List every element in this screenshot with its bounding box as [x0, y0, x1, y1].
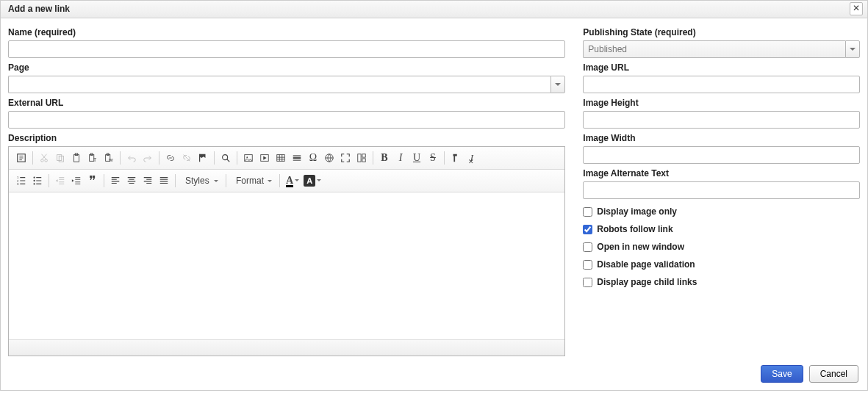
- image-alt-label: Image Alternate Text: [583, 168, 860, 178]
- toolbar-separator: [175, 174, 176, 187]
- numbered-list-button[interactable]: 123: [13, 173, 29, 189]
- anchor-button[interactable]: [195, 150, 211, 166]
- svg-point-14: [223, 155, 228, 160]
- page-select-input[interactable]: [8, 76, 550, 93]
- robots-follow-checkbox[interactable]: [583, 225, 592, 234]
- image-width-label: Image Width: [583, 133, 860, 143]
- image-height-label: Image Height: [583, 98, 860, 108]
- underline-button[interactable]: U: [409, 150, 425, 166]
- editor-statusbar: [9, 339, 564, 356]
- outdent-button[interactable]: [52, 173, 68, 189]
- toolbar-separator: [159, 151, 159, 165]
- image-alt-input[interactable]: [583, 181, 860, 199]
- toolbar-separator: [32, 151, 33, 165]
- pubstate-select-input[interactable]: [583, 40, 845, 58]
- bullet-list-button[interactable]: [29, 173, 46, 189]
- justify-button[interactable]: [156, 173, 172, 189]
- svg-point-28: [33, 180, 35, 181]
- paste-button[interactable]: [68, 150, 85, 166]
- toolbar-separator: [214, 151, 215, 165]
- background-color-button[interactable]: A: [301, 173, 323, 189]
- image-url-input[interactable]: [583, 76, 860, 93]
- paste-text-button[interactable]: T: [85, 150, 101, 166]
- paste-word-button[interactable]: W: [101, 150, 117, 166]
- page-select[interactable]: [8, 76, 565, 93]
- cancel-button[interactable]: Cancel: [809, 365, 858, 383]
- format-dropdown[interactable]: Format: [229, 173, 276, 189]
- svg-text:3: 3: [17, 182, 19, 186]
- iframe-button[interactable]: [321, 150, 337, 166]
- editor-toolbar-row-2: 123 ❞ Styles Format: [9, 170, 564, 192]
- disable-validation-checkbox[interactable]: [583, 260, 592, 270]
- right-column: Publishing State (required) Image URL Im…: [583, 26, 860, 356]
- chevron-down-icon: [317, 179, 321, 181]
- display-child-links-checkbox[interactable]: [583, 278, 592, 287]
- open-new-window-row: Open in new window: [583, 242, 860, 252]
- page-label: Page: [8, 62, 565, 73]
- pubstate-label: Publishing State (required): [583, 27, 860, 37]
- copy-button[interactable]: [52, 150, 68, 166]
- open-new-window-checkbox[interactable]: [583, 242, 592, 252]
- toolbar-separator: [104, 174, 104, 187]
- remove-format-button[interactable]: I✕: [464, 150, 480, 166]
- dialog-footer: Save Cancel: [1, 359, 867, 390]
- special-char-button[interactable]: Ω: [305, 150, 321, 166]
- cut-button[interactable]: [36, 150, 52, 166]
- maximize-button[interactable]: [337, 150, 354, 166]
- toolbar-separator: [226, 174, 226, 187]
- indent-button[interactable]: [68, 173, 85, 189]
- source-button[interactable]: [13, 150, 29, 166]
- text-color-button[interactable]: A: [283, 173, 301, 189]
- svg-text:T: T: [93, 157, 97, 162]
- editor-content-area[interactable]: [9, 192, 564, 339]
- show-blocks-button[interactable]: [354, 150, 370, 166]
- display-child-links-row: Display page child links: [583, 277, 860, 287]
- italic-button[interactable]: I: [392, 150, 409, 166]
- redo-button[interactable]: [140, 150, 156, 166]
- external-url-input[interactable]: [8, 111, 565, 129]
- chevron-down-icon: [555, 83, 561, 86]
- display-image-only-checkbox[interactable]: [583, 207, 592, 217]
- text-color-icon: A: [286, 175, 293, 187]
- bold-button[interactable]: B: [376, 150, 392, 166]
- robots-follow-row: Robots follow link: [583, 224, 860, 234]
- align-center-button[interactable]: [123, 173, 140, 189]
- page-select-caret[interactable]: [550, 76, 565, 93]
- image-width-input[interactable]: [583, 146, 860, 164]
- display-image-only-row: Display image only: [583, 206, 860, 217]
- open-new-window-label: Open in new window: [597, 242, 684, 252]
- svg-point-27: [33, 176, 35, 178]
- toolbar-separator: [373, 151, 373, 165]
- left-column: Name (required) Page External URL Descri…: [8, 26, 565, 356]
- dialog-header: Add a new link ✕: [1, 1, 867, 18]
- dialog-title: Add a new link: [8, 4, 70, 14]
- display-child-links-label: Display page child links: [597, 277, 697, 287]
- name-input[interactable]: [8, 40, 565, 58]
- pubstate-select-caret[interactable]: [845, 40, 860, 58]
- align-left-button[interactable]: [107, 173, 123, 189]
- styles-dropdown[interactable]: Styles: [179, 173, 223, 189]
- close-button[interactable]: ✕: [850, 2, 863, 15]
- align-right-button[interactable]: [140, 173, 156, 189]
- chevron-down-icon: [295, 179, 299, 181]
- find-button[interactable]: [218, 150, 234, 166]
- save-button[interactable]: Save: [761, 365, 803, 383]
- description-label: Description: [8, 133, 565, 143]
- styles-dropdown-label: Styles: [185, 176, 209, 186]
- table-button[interactable]: [273, 150, 289, 166]
- pubstate-select[interactable]: [583, 40, 860, 58]
- unlink-button[interactable]: [179, 150, 195, 166]
- chevron-down-icon: [268, 180, 272, 182]
- strike-button[interactable]: S: [425, 150, 441, 166]
- image-height-input[interactable]: [583, 111, 860, 129]
- undo-button[interactable]: [123, 150, 140, 166]
- copy-formatting-button[interactable]: [448, 150, 464, 166]
- svg-rect-18: [277, 155, 285, 162]
- flash-button[interactable]: [257, 150, 273, 166]
- horizontal-rule-button[interactable]: [289, 150, 305, 166]
- image-button[interactable]: [240, 150, 257, 166]
- link-button[interactable]: [162, 150, 179, 166]
- svg-point-1: [41, 159, 44, 162]
- blockquote-button[interactable]: ❞: [85, 173, 101, 189]
- name-label: Name (required): [8, 27, 565, 37]
